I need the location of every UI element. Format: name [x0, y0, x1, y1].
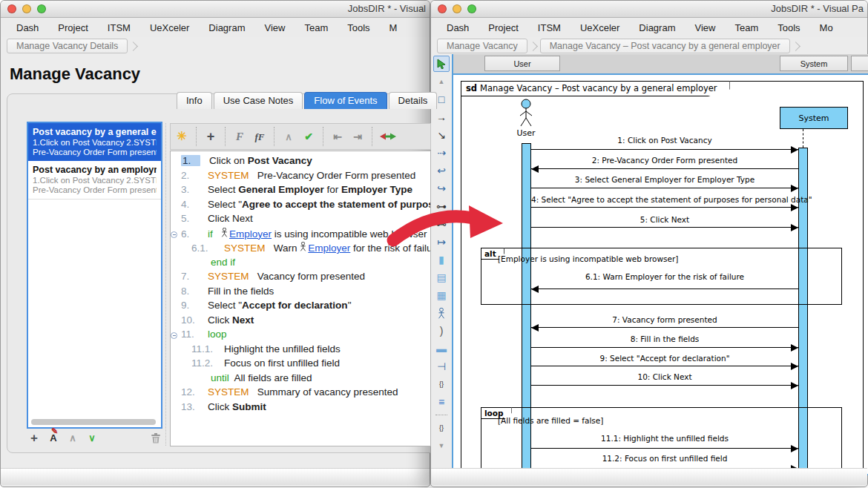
- move-scenario-up-button[interactable]: ∧: [66, 429, 79, 446]
- reentrant-message-tool[interactable]: ↦: [433, 234, 450, 250]
- tab-use-case-notes[interactable]: Use Case Notes: [214, 92, 303, 109]
- menu-tools[interactable]: Tools: [768, 22, 809, 33]
- palette-scroll-down-button[interactable]: ▼: [433, 438, 450, 454]
- tab-flow-of-events[interactable]: Flow of Events: [304, 92, 387, 109]
- close-button[interactable]: [7, 4, 16, 13]
- move-step-up-button[interactable]: ∧: [282, 128, 295, 145]
- duration-constraint-tool[interactable]: {}: [433, 376, 450, 392]
- menu-project[interactable]: Project: [48, 22, 97, 33]
- menu-diagram[interactable]: Diagram: [629, 22, 685, 33]
- flow-step[interactable]: 13.Click Submit: [171, 401, 430, 416]
- message-arrow[interactable]: [531, 207, 798, 208]
- outdent-step-button[interactable]: ⇤: [331, 128, 344, 145]
- rename-scenario-button[interactable]: A✎: [47, 429, 60, 446]
- palette-scroll-up-button[interactable]: ▲: [433, 73, 450, 90]
- diagram-canvas[interactable]: User System sdManage Vacancy – Post vaca…: [452, 54, 868, 475]
- continuation-tool[interactable]: ): [433, 323, 450, 339]
- text-format-button[interactable]: fF: [253, 128, 266, 145]
- constraint-tool[interactable]: {}: [433, 420, 450, 436]
- collapse-toggle-icon[interactable]: [171, 231, 177, 238]
- flow-step[interactable]: 9.Select "Accept for declaration": [171, 300, 430, 314]
- flow-step[interactable]: 4.Select "Agree to accept the statement …: [171, 199, 430, 214]
- add-step-button[interactable]: +: [204, 128, 217, 145]
- menu-dash[interactable]: Dash: [437, 22, 479, 33]
- message-arrow[interactable]: [531, 168, 798, 169]
- actor-user-figure[interactable]: [511, 99, 541, 128]
- scenario-item[interactable]: Post vacancy by an employment agency1.Cl…: [28, 161, 161, 200]
- message-arrow[interactable]: [531, 366, 798, 366]
- text-style-button[interactable]: F: [233, 128, 246, 145]
- menu-project[interactable]: Project: [479, 22, 527, 33]
- to-self-message-tool[interactable]: ↘: [433, 127, 450, 143]
- close-button[interactable]: [438, 4, 447, 13]
- minimize-button[interactable]: [22, 4, 31, 13]
- panel-splitter[interactable]: [165, 123, 166, 446]
- lost-message-tool[interactable]: ⊷: [433, 216, 450, 232]
- message-arrow[interactable]: [531, 288, 798, 289]
- tab-info[interactable]: Info: [177, 92, 212, 109]
- menu-diagram[interactable]: Diagram: [199, 22, 254, 33]
- flow-step[interactable]: 6.if Employer is using incompatible web …: [171, 228, 430, 243]
- menu-view[interactable]: View: [254, 22, 295, 33]
- actor-tool[interactable]: [433, 305, 450, 321]
- flow-step[interactable]: 11.loop: [171, 329, 430, 343]
- message-arrow[interactable]: [531, 327, 798, 328]
- message-tool[interactable]: →: [433, 109, 450, 125]
- flow-step[interactable]: 11.2.Focus on first unfilled field: [181, 357, 430, 372]
- generate-diagram-button[interactable]: [380, 128, 396, 145]
- collapse-toggle-icon[interactable]: [171, 332, 177, 339]
- pointer-tool[interactable]: [433, 56, 450, 72]
- create-message-tool[interactable]: ⇢: [433, 145, 450, 161]
- minimize-button[interactable]: [453, 4, 461, 13]
- menu-dash[interactable]: Dash: [7, 22, 48, 33]
- flow-step[interactable]: 11.1.Highlight the unfilled fields: [181, 343, 430, 358]
- flow-step[interactable]: 3.Select General Employer for Employer T…: [171, 184, 430, 199]
- menu-team[interactable]: Team: [295, 22, 338, 33]
- horizontal-scrollbar[interactable]: [31, 419, 156, 425]
- message-arrow[interactable]: [531, 385, 798, 386]
- breadcrumb-manage-vacancy[interactable]: Manage Vacancy: [437, 39, 527, 53]
- sd-frame-label[interactable]: sdManage Vacancy – Post vacancy by a gen…: [461, 81, 730, 96]
- menu-view[interactable]: View: [685, 22, 725, 33]
- indent-step-button[interactable]: ⇥: [351, 128, 364, 145]
- message-arrow[interactable]: [531, 448, 798, 449]
- interaction-use-tool[interactable]: ▦: [433, 287, 450, 303]
- menu-uexceler[interactable]: UeXceler: [140, 22, 199, 33]
- combined-fragment-tool[interactable]: ▤: [433, 269, 450, 286]
- flow-step[interactable]: 7.SYSTEM Vacancy form presented: [171, 271, 430, 286]
- menu-itsm[interactable]: ITSM: [98, 22, 140, 33]
- scenario-item[interactable]: Post vacancy by a general employer1.Clic…: [28, 123, 161, 161]
- flow-step[interactable]: 12.SYSTEM Summary of vacancy presented: [171, 386, 430, 401]
- add-scenario-button[interactable]: +: [27, 429, 41, 446]
- note-tool[interactable]: ≡: [433, 394, 450, 410]
- recursive-message-tool[interactable]: ↪: [433, 180, 450, 197]
- concurrent-tool[interactable]: ▬: [433, 340, 450, 357]
- flow-step[interactable]: end if: [171, 257, 430, 271]
- message-arrow[interactable]: [531, 188, 798, 188]
- tab-details[interactable]: Details: [389, 92, 438, 109]
- delete-scenario-button[interactable]: [149, 429, 162, 446]
- flow-step[interactable]: 5.Click Next: [171, 213, 430, 228]
- activation-tool[interactable]: ▮: [433, 251, 450, 268]
- found-message-tool[interactable]: ⊶: [433, 198, 450, 214]
- breadcrumb-manage-vacancy-details[interactable]: Manage Vacancy Details: [7, 39, 128, 53]
- message-arrow[interactable]: [531, 149, 798, 150]
- menu-uexceler[interactable]: UeXceler: [571, 22, 629, 33]
- breadcrumb-sequence-diagram[interactable]: Manage Vacancy – Post vacancy by a gener…: [540, 39, 790, 53]
- move-scenario-down-button[interactable]: ∨: [85, 429, 99, 446]
- menu-tools[interactable]: Tools: [338, 22, 379, 33]
- flow-step[interactable]: 2.SYSTEM Pre-Vacancy Order Form presente…: [171, 170, 430, 185]
- flow-step[interactable]: 10.Click Next: [171, 314, 430, 329]
- zoom-button[interactable]: [37, 4, 46, 13]
- flow-step[interactable]: until All fields are filled: [171, 372, 430, 387]
- zoom-button[interactable]: [467, 4, 476, 13]
- self-message-tool[interactable]: ↩: [433, 162, 450, 179]
- stop-tool[interactable]: ⊣: [433, 358, 450, 375]
- menu-mo[interactable]: Mo: [810, 22, 843, 33]
- system-lifeline-box[interactable]: System: [780, 107, 848, 129]
- menu-itsm[interactable]: ITSM: [528, 22, 571, 33]
- menu-team[interactable]: Team: [725, 22, 768, 33]
- flow-step[interactable]: 1.Click on Post Vacancy: [171, 155, 430, 170]
- flow-step[interactable]: 8.Fill in the fields: [171, 286, 430, 300]
- message-arrow[interactable]: [531, 347, 798, 348]
